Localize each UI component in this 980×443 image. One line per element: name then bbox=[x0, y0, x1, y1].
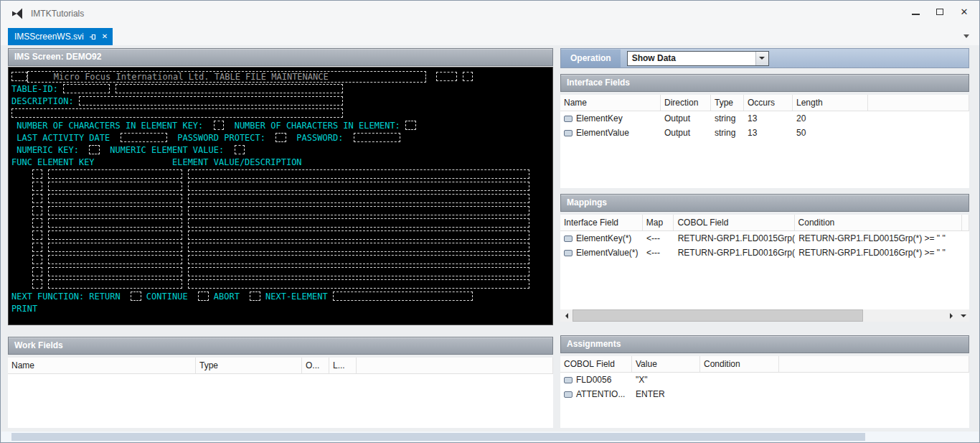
screen-text: NUMBER OF CHARACTERS IN ELEMENT KEY: bbox=[11, 121, 214, 131]
screen-field[interactable] bbox=[32, 230, 42, 240]
scrollbar-track[interactable] bbox=[573, 309, 945, 322]
screen-field[interactable] bbox=[354, 133, 400, 142]
column-header[interactable]: Name bbox=[8, 358, 196, 373]
maximize-icon bbox=[936, 9, 943, 15]
column-header[interactable]: Value bbox=[632, 356, 700, 372]
screen-field[interactable] bbox=[32, 169, 42, 179]
column-header[interactable]: L... bbox=[329, 358, 357, 373]
table-cell: RETURN-GRP1.FLD0015Grp(*) >= " " bbox=[795, 233, 963, 243]
column-header[interactable]: Type bbox=[196, 358, 302, 373]
column-header[interactable]: Condition bbox=[795, 215, 962, 230]
column-header[interactable]: Name bbox=[560, 95, 661, 111]
screen-field[interactable] bbox=[188, 218, 530, 228]
column-header[interactable]: Length bbox=[793, 95, 868, 111]
scroll-down-button[interactable] bbox=[957, 309, 969, 322]
screen-field[interactable] bbox=[48, 255, 183, 264]
screen-text: NUMERIC KEY: bbox=[11, 145, 89, 155]
screen-field[interactable] bbox=[48, 267, 183, 276]
screen-field[interactable] bbox=[188, 169, 530, 179]
close-button[interactable]: ✕ bbox=[952, 2, 976, 21]
screen-field[interactable] bbox=[198, 292, 208, 301]
screen-field[interactable] bbox=[32, 206, 42, 215]
screen-field[interactable] bbox=[188, 279, 530, 289]
screen-field[interactable] bbox=[250, 292, 260, 301]
screen-field[interactable] bbox=[48, 206, 183, 215]
panel-splitter[interactable] bbox=[553, 48, 560, 428]
screen-field[interactable] bbox=[79, 96, 343, 106]
application-window: IMTKTutorials ✕ IMSScreenWS.svi ✕ IMS Sc… bbox=[0, 0, 980, 443]
column-header[interactable]: Condition bbox=[700, 356, 779, 372]
close-icon: ✕ bbox=[961, 7, 969, 17]
screen-field[interactable] bbox=[463, 72, 473, 81]
screen-field[interactable] bbox=[11, 108, 343, 118]
minimize-button[interactable] bbox=[903, 2, 928, 21]
screen-field[interactable] bbox=[32, 255, 42, 264]
screen-field[interactable] bbox=[63, 84, 110, 93]
screen-field[interactable] bbox=[48, 169, 183, 179]
tab-close-icon[interactable]: ✕ bbox=[102, 33, 108, 40]
screen-field[interactable] bbox=[405, 121, 415, 130]
scrollbar-thumb[interactable] bbox=[11, 433, 865, 441]
column-header[interactable]: Interface Field bbox=[560, 215, 643, 230]
screen-field[interactable] bbox=[333, 292, 473, 301]
column-header[interactable]: COBOL Field bbox=[560, 356, 632, 372]
column-header[interactable]: Direction bbox=[661, 95, 711, 111]
mappings-horizontal-scrollbar[interactable] bbox=[560, 309, 957, 322]
screen-field[interactable] bbox=[116, 84, 344, 93]
screen-field[interactable] bbox=[11, 72, 27, 81]
screen-field[interactable] bbox=[188, 267, 530, 276]
screen-field[interactable] bbox=[188, 255, 530, 264]
table-cell: ElementKey(*) bbox=[560, 233, 643, 243]
pin-icon[interactable] bbox=[89, 33, 97, 41]
combo-dropdown-button[interactable] bbox=[755, 52, 768, 65]
scrollbar-thumb[interactable] bbox=[573, 309, 863, 322]
screen-field[interactable] bbox=[188, 230, 530, 240]
table-row[interactable]: ATTENTIO...ENTER bbox=[560, 387, 969, 401]
table-row[interactable]: ElementValue(*)<---RETURN-GRP1.FLD0016Gr… bbox=[560, 246, 969, 260]
screen-field[interactable] bbox=[32, 194, 42, 203]
horizontal-scrollbar[interactable] bbox=[1, 432, 979, 442]
table-cell: <--- bbox=[643, 233, 674, 243]
screen-field[interactable] bbox=[32, 279, 42, 289]
screen-field[interactable] bbox=[32, 182, 42, 191]
column-header[interactable]: COBOL Field bbox=[674, 215, 794, 230]
screen-field[interactable] bbox=[214, 121, 224, 130]
table-row[interactable]: FLD0056"X" bbox=[560, 373, 969, 387]
screen-field[interactable] bbox=[188, 206, 530, 215]
screen-text: PRINT bbox=[11, 304, 37, 314]
ims-terminal-screen[interactable]: Micro Focus International Ltd. TABLE FIL… bbox=[8, 67, 553, 325]
table-row[interactable]: ElementValueOutputstring1350 bbox=[560, 126, 969, 140]
column-header[interactable]: Type bbox=[711, 95, 744, 111]
screen-field[interactable] bbox=[48, 243, 183, 252]
screen-field[interactable] bbox=[89, 145, 99, 154]
screen-field[interactable] bbox=[131, 292, 141, 301]
screen-field[interactable] bbox=[235, 145, 245, 154]
screen-field[interactable] bbox=[48, 194, 183, 203]
screen-field[interactable] bbox=[48, 182, 183, 191]
screen-field[interactable] bbox=[121, 133, 167, 142]
scroll-left-button[interactable] bbox=[560, 309, 573, 322]
screen-field[interactable] bbox=[188, 182, 530, 191]
column-header[interactable]: Map bbox=[643, 215, 674, 230]
screen-field[interactable] bbox=[275, 133, 286, 142]
screen-field[interactable] bbox=[48, 230, 183, 240]
screen-field[interactable] bbox=[188, 243, 530, 252]
tab-imsscreenws[interactable]: IMSScreenWS.svi ✕ bbox=[8, 28, 113, 45]
screen-field[interactable] bbox=[436, 72, 457, 81]
operation-select[interactable]: Show Data bbox=[627, 51, 769, 66]
screen-field[interactable] bbox=[188, 194, 530, 203]
column-header[interactable]: Occurs bbox=[744, 95, 793, 111]
chevron-down-icon[interactable] bbox=[963, 34, 969, 38]
ims-screen-header: IMS Screen: DEMO92 bbox=[8, 48, 553, 66]
scroll-right-button[interactable] bbox=[945, 309, 957, 322]
table-row[interactable]: ElementKeyOutputstring1320 bbox=[560, 111, 969, 126]
screen-field[interactable] bbox=[32, 218, 42, 228]
maximize-button[interactable] bbox=[928, 2, 952, 21]
column-header[interactable]: O... bbox=[302, 358, 329, 373]
table-row[interactable]: ElementKey(*)<---RETURN-GRP1.FLD0015Grp(… bbox=[560, 231, 969, 246]
screen-field[interactable] bbox=[48, 218, 183, 228]
screen-field[interactable] bbox=[32, 243, 42, 252]
screen-field[interactable] bbox=[48, 279, 183, 289]
screen-field[interactable]: Micro Focus International Ltd. TABLE FIL… bbox=[27, 71, 426, 83]
screen-field[interactable] bbox=[32, 267, 42, 276]
